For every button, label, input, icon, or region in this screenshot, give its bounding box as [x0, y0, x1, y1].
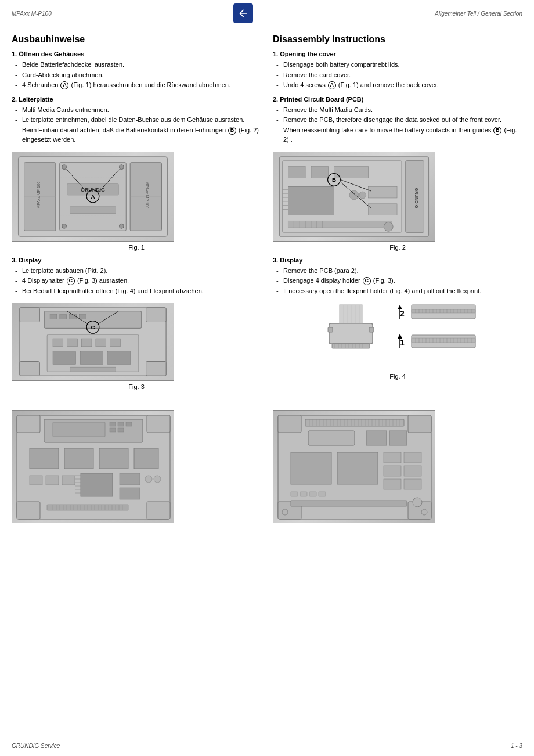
svg-rect-151 [64, 448, 93, 469]
list-item: 4 Schrauben A (Fig. 1) herausschrauben u… [15, 80, 261, 90]
fig4-label: Fig. 4 [273, 373, 522, 380]
svg-rect-229 [404, 452, 421, 463]
svg-text:B: B [332, 177, 336, 183]
annotation-b: B [228, 127, 236, 135]
svg-rect-227 [337, 452, 378, 484]
svg-rect-142 [118, 422, 124, 426]
svg-rect-36 [110, 339, 121, 347]
svg-rect-37 [53, 352, 75, 365]
svg-rect-152 [99, 448, 128, 469]
fig-bottom-right-svg [273, 411, 436, 524]
svg-rect-143 [126, 422, 132, 426]
svg-rect-33 [67, 339, 78, 347]
svg-rect-38 [80, 352, 103, 365]
fig3-container: C Fig. 3 [12, 303, 261, 390]
fig2-svg: GRUNDIG [273, 152, 435, 241]
annotation-c: C [67, 277, 75, 285]
main-content: Ausbauhinweise 1. Öffnen des Gehäuses Be… [0, 26, 534, 403]
svg-rect-26 [79, 315, 86, 319]
svg-rect-28 [146, 308, 166, 322]
left-sub3-list: Leiterplatte ausbauen (Pkt. 2). 4 Displa… [12, 266, 261, 296]
list-item: Bei Bedarf Flexprinthalter öffnen (Fig. … [15, 286, 261, 296]
svg-rect-50 [311, 166, 329, 178]
svg-rect-141 [110, 422, 116, 426]
svg-rect-52 [288, 186, 334, 215]
fig1-label: Fig. 1 [12, 244, 261, 251]
svg-rect-231 [404, 466, 421, 476]
bottom-right-col [273, 403, 522, 525]
svg-rect-157 [81, 473, 113, 496]
fig3-image: C [12, 303, 174, 381]
svg-rect-24 [60, 315, 67, 319]
right-sub1-title: 1. Opening the cover [273, 51, 522, 57]
svg-rect-78 [332, 344, 370, 348]
fig4-left-group [317, 300, 384, 368]
svg-rect-75 [329, 323, 373, 344]
svg-point-61 [349, 190, 359, 200]
list-item: Card-Abdeckung abnehmen. [15, 70, 261, 80]
svg-rect-226 [291, 452, 331, 484]
svg-rect-23 [50, 315, 57, 319]
svg-rect-34 [81, 339, 92, 347]
fig-bottom-left-container [12, 410, 261, 523]
svg-point-6 [62, 224, 67, 228]
svg-rect-10 [70, 206, 116, 213]
list-item: Beide Batteriefachdeckel ausrasten. [15, 60, 261, 70]
svg-point-241 [413, 498, 422, 507]
svg-text:MPAxx MP 100: MPAxx MP 100 [145, 181, 149, 208]
right-sub2-list: Remove the Multi Madia Cards. Remove the… [273, 105, 522, 145]
svg-rect-223 [308, 431, 355, 445]
svg-point-62 [359, 192, 366, 199]
svg-rect-49 [288, 166, 305, 178]
svg-rect-225 [389, 431, 407, 445]
svg-rect-77 [369, 327, 374, 332]
svg-point-70 [384, 222, 393, 231]
fig4-container: 2 [273, 300, 522, 368]
footer-left: GRUNDIG Service [12, 743, 60, 749]
svg-text:GRUNDIG: GRUNDIG [414, 188, 419, 208]
fig3-svg: C [12, 303, 174, 380]
svg-rect-60 [369, 203, 397, 215]
fig4-right-group: 2 [391, 300, 478, 368]
list-item: Remove the Multi Madia Cards. [276, 105, 522, 115]
back-arrow-icon [237, 8, 249, 19]
svg-rect-140 [53, 422, 105, 437]
bottom-section [0, 403, 534, 525]
page-header: MPAxx M-P100 Allgemeiner Teil / General … [0, 0, 534, 26]
svg-point-167 [154, 476, 161, 483]
svg-point-4 [62, 164, 67, 169]
right-sub2-title: 2. Printed Circuit Board (PCB) [273, 96, 522, 103]
svg-rect-192 [408, 415, 431, 433]
svg-rect-44 [70, 367, 116, 372]
fig-bottom-right-image [273, 410, 435, 523]
svg-point-5 [119, 164, 124, 169]
svg-rect-236 [309, 492, 316, 496]
svg-text:MPAxx MP 100: MPAxx MP 100 [37, 181, 41, 208]
svg-text:1: 1 [400, 338, 405, 347]
annotation-a-r: A [328, 81, 336, 89]
fig-bottom-left-image [12, 410, 174, 523]
list-item: Beim Einbau darauf achten, daß die Batte… [15, 125, 261, 145]
svg-marker-118 [398, 334, 402, 339]
svg-text:2: 2 [400, 309, 405, 318]
fig1-image: GRUNDIG A MPAxx MP 100 MPAx [12, 152, 174, 242]
svg-rect-88 [340, 305, 362, 323]
svg-rect-35 [96, 339, 106, 347]
list-item: Leiterplatte ausbauen (Pkt. 2). [15, 266, 261, 276]
list-item: Disengage 4 display holder C (Fig. 3). [276, 276, 522, 286]
fig2-container: GRUNDIG [273, 152, 522, 251]
right-section-title: Disassembly Instructions [273, 34, 522, 45]
svg-rect-146 [17, 415, 40, 433]
svg-rect-228 [384, 452, 401, 463]
svg-rect-234 [291, 492, 298, 496]
svg-rect-153 [134, 448, 158, 469]
svg-rect-27 [20, 308, 39, 322]
fig3-label: Fig. 3 [12, 383, 261, 390]
left-section-title: Ausbauhinweise [12, 34, 261, 45]
svg-rect-191 [278, 415, 301, 433]
list-item: Remove the card cover. [276, 70, 522, 80]
svg-text:C: C [91, 324, 95, 330]
right-column: Disassembly Instructions 1. Opening the … [273, 34, 522, 395]
svg-rect-25 [70, 315, 77, 319]
svg-rect-233 [404, 479, 421, 489]
